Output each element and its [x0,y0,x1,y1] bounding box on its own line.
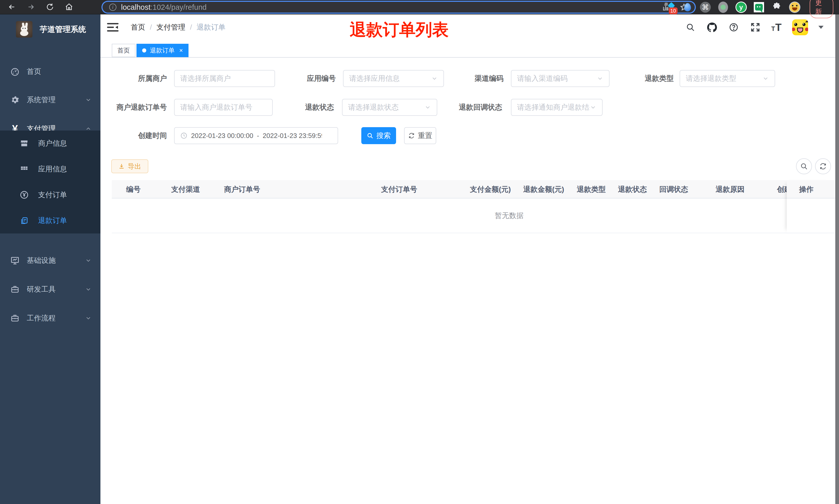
tab-label: 首页 [118,46,130,55]
export-button[interactable]: 导出 [111,159,148,173]
refund-status-select[interactable]: 请选择退款状态 [342,99,437,116]
chevron-down-icon [85,96,92,103]
column-header: 支付渠道 [171,180,200,198]
extension-puzzle-icon[interactable] [771,1,782,13]
extension-y-icon[interactable]: y [735,1,747,13]
merchant-input[interactable] [180,74,269,83]
table-fixed-column: 操作 [787,180,835,233]
forward-icon[interactable] [24,1,38,13]
filter-label-channel: 渠道编码 [448,70,503,87]
extension-emoji-icon[interactable] [789,1,800,13]
active-dot-icon [142,48,146,53]
back-icon[interactable] [5,1,19,13]
tags-view: 首页 退款订单 × [101,40,839,58]
chevron-down-icon [85,286,92,293]
channel-select[interactable]: 请输入渠道编码 [511,70,610,87]
sidebar-item-devtools[interactable]: 研发工具 [0,276,101,302]
sidebar-item-home[interactable]: 首页 [0,59,101,85]
sidebar-item-label: 基础设施 [27,256,56,265]
chevron-down-icon [431,75,438,82]
filter-label-create-time: 创建时间 [111,127,167,144]
app-title: 芋道管理系统 [40,24,86,35]
hide-search-button[interactable] [796,158,812,174]
tab-home[interactable]: 首页 [112,44,136,57]
notify-status-select[interactable]: 请选择通知商户退款结果的回调状态 [511,99,603,116]
chevron-down-icon [597,75,603,82]
merchant-refund-no-field[interactable] [174,99,273,116]
extension-chat-icon[interactable] [753,1,765,13]
breadcrumb-home[interactable]: 首页 [131,22,145,32]
breadcrumb: 首页 / 支付管理 / 退款订单 [131,14,226,40]
reset-button-label: 重置 [418,131,432,141]
update-button[interactable]: 更新 [810,0,834,18]
column-header: 回调状态 [659,180,688,198]
sidebar-item-label: 系统管理 [27,95,56,105]
extension-balloon-icon[interactable] [682,1,693,13]
refresh-button[interactable] [815,158,831,174]
extension-dot-icon[interactable] [718,1,729,13]
column-header: 退款原因 [716,180,745,198]
date-start-value: 2022-01-23 00:00:00 [191,132,253,140]
app-logo-row[interactable]: 芋道管理系统 [0,21,101,38]
sidebar-item-system[interactable]: 系统管理 [0,87,101,113]
placeholder-text: 请选择通知商户退款结果的回调状态 [517,103,590,112]
chevron-down-icon [590,104,596,111]
date-range-picker[interactable]: 2022-01-23 00:00:00 - 2022-01-23 23:59:5… [174,127,338,144]
sidebar-item-label: 退款订单 [38,216,67,226]
filter-label-notify-status: 退款回调状态 [443,99,502,116]
help-icon[interactable] [728,22,739,33]
refund-type-select[interactable]: 请选择退款类型 [680,70,775,87]
page-content: 所属商户 应用编号 请选择应用信息 渠道编码 请输入渠道编码 退款类型 请选择退… [101,58,839,504]
sidebar-item-label: 工作流程 [27,313,56,323]
sidebar-item-label: 支付订单 [38,190,67,200]
address-bar[interactable]: i localhost:1024/pay/refund [103,2,695,13]
extension-tiles-icon[interactable]: 10 [664,1,676,13]
briefcase-icon [9,285,21,294]
filter-label-app: 应用编号 [281,70,336,87]
chevron-down-icon [85,257,92,264]
sidebar-item-pay-order[interactable]: 支付订单 [0,182,101,208]
font-size-icon[interactable]: TT [771,22,782,33]
extension-badge: 10 [669,7,678,14]
sidebar-item-app-info[interactable]: 应用信息 [0,156,101,182]
monitor-icon [9,256,21,265]
fullscreen-icon[interactable] [750,22,761,33]
github-icon[interactable] [707,22,718,33]
table-empty-row: 暂无数据 [112,198,835,233]
window-scrollbar[interactable] [835,14,839,504]
reset-button[interactable]: 重置 [404,127,436,144]
placeholder-text: 请选择退款类型 [686,74,736,84]
sidebar-collapse-icon[interactable] [107,22,119,33]
search-icon[interactable] [685,22,696,33]
sidebar-item-label: 研发工具 [27,284,56,294]
gear-icon [9,95,21,105]
breadcrumb-pay[interactable]: 支付管理 [157,22,185,32]
site-info-icon[interactable]: i [109,4,117,11]
sidebar-item-workflow[interactable]: 工作流程 [0,305,101,331]
home-icon[interactable] [62,1,76,13]
empty-text: 暂无数据 [495,211,523,221]
sidebar-item-merchant-info[interactable]: 商户信息 [0,130,101,156]
merchant-refund-no-input[interactable] [180,103,267,111]
search-button[interactable]: 搜索 [361,127,396,144]
document-copy-icon [19,216,30,225]
breadcrumb-separator: / [190,23,192,31]
placeholder-text: 请选择退款状态 [348,103,399,112]
search-button-label: 搜索 [376,131,391,141]
shop-icon [19,139,30,148]
export-button-label: 导出 [128,162,141,171]
chevron-down-icon [762,75,769,82]
extensions-row: 10 ⌘ y [664,0,839,14]
reload-icon[interactable] [43,1,57,13]
avatar[interactable] [792,19,808,35]
column-header: 退款状态 [618,180,647,198]
avatar-caret-icon[interactable] [818,26,824,29]
column-header: 商户订单号 [224,180,260,198]
extension-command-icon[interactable]: ⌘ [700,1,711,13]
app-select[interactable]: 请选择应用信息 [343,70,444,87]
sidebar-item-infra[interactable]: 基础设施 [0,248,101,273]
close-icon[interactable]: × [179,47,183,54]
sidebar-item-refund-order[interactable]: 退款订单 [0,208,101,233]
tab-refund-order[interactable]: 退款订单 × [137,44,189,57]
merchant-select[interactable] [174,70,275,87]
